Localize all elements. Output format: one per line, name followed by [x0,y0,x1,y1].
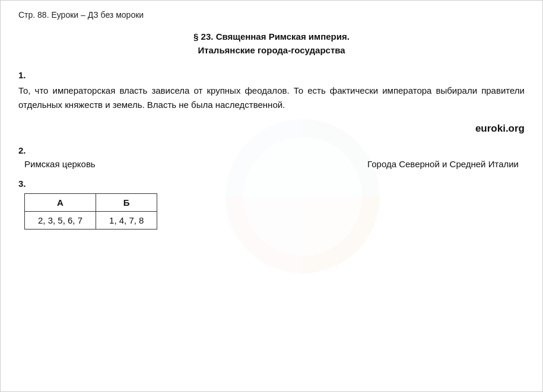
page-header-text: Стр. 88. Еуроки – ДЗ без мороки [18,10,144,20]
question-2-block: 2. Римская церковь Города Северной и Сре… [18,145,525,169]
question-2-number: 2. [18,145,525,155]
table-header-a: А [25,194,96,212]
page-header: Стр. 88. Еуроки – ДЗ без мороки [18,10,525,20]
section-title-line1: § 23. Священная Римская империя. [18,30,525,44]
question-3-number: 3. [18,179,525,189]
section-title: § 23. Священная Римская империя. Итальян… [18,30,525,57]
table-cell-a: 2, 3, 5, 6, 7 [25,212,96,230]
question-1-number: 1. [18,70,525,80]
table-row: 2, 3, 5, 6, 7 1, 4, 7, 8 [25,212,157,230]
question-1-answer: То, что императорская власть зависела от… [18,84,525,112]
question-2-answer: Римская церковь Города Северной и Средне… [18,159,525,169]
question-3-block: 3. А Б 2, 3, 5, 6, 7 1, 4, 7, 8 [18,179,525,230]
page-container: Стр. 88. Еуроки – ДЗ без мороки § 23. Св… [0,0,543,392]
question-1-block: 1. То, что императорская власть зависела… [18,70,525,112]
table-cell-b: 1, 4, 7, 8 [96,212,157,230]
section-title-line2: Итальянские города-государства [18,44,525,58]
question-2-left: Римская церковь [24,159,96,169]
question-2-right: Города Северной и Средней Италии [367,159,519,169]
table-header-b: Б [96,194,157,212]
question-3-table: А Б 2, 3, 5, 6, 7 1, 4, 7, 8 [24,193,157,230]
brand-label: euroki.org [18,123,525,135]
content-area: Стр. 88. Еуроки – ДЗ без мороки § 23. Св… [18,10,525,230]
